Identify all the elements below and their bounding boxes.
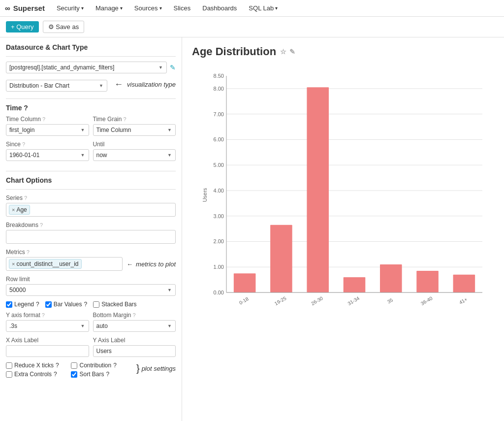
until-select[interactable]: now (93, 149, 176, 161)
breakdowns-label: Breakdowns ? (6, 222, 176, 228)
reduce-contribution-row: Reduce X ticks ? Extra Controls ? (6, 362, 176, 378)
toolbar: + Query ⚙ Save as (0, 17, 504, 37)
y-axis-format-select-wrapper: .3s (6, 320, 89, 332)
metrics-label: Metrics ? (6, 249, 176, 256)
reduce-x-ticks-checkbox[interactable] (6, 362, 12, 369)
y-axis-format-group: Y axis format ? .3s (6, 312, 89, 332)
sort-bars-checkbox[interactable] (71, 371, 77, 378)
nav-security[interactable]: Security ▾ (52, 0, 89, 17)
until-select-wrapper: now (93, 149, 176, 161)
sort-bars-help-icon[interactable]: ? (106, 371, 109, 378)
metrics-annotation: ← metrics to plot (126, 260, 176, 268)
legend-group: Legend ? (6, 301, 39, 308)
query-button[interactable]: + Query (6, 21, 39, 32)
save-as-button[interactable]: ⚙ Save as (43, 21, 85, 33)
time-column-select[interactable]: first_login (6, 124, 89, 136)
contribution-checkbox[interactable] (71, 362, 77, 369)
breakdowns-tag-input[interactable] (6, 230, 176, 244)
reduce-x-ticks-help-icon[interactable]: ? (56, 362, 59, 369)
time-grain-help-icon[interactable]: ? (123, 116, 126, 122)
star-icon[interactable]: ☆ (280, 48, 286, 56)
legend-help-icon[interactable]: ? (36, 301, 39, 308)
metrics-help-icon[interactable]: ? (27, 249, 30, 255)
row-limit-select[interactable]: 5 10 25 50 100 250 500 1000 5000 10000 5… (6, 284, 176, 296)
chart-type-select-wrapper: Distribution - Bar Chart (6, 80, 107, 92)
chart-type-select[interactable]: Distribution - Bar Chart (6, 80, 107, 92)
nav-sources[interactable]: Sources ▾ (129, 0, 167, 17)
svg-rect-31 (453, 275, 475, 292)
time-help-icon[interactable]: ? (24, 104, 28, 112)
svg-rect-29 (416, 271, 439, 292)
datasource-select[interactable]: [postgresql].[static_and_dynamic_filters… (6, 62, 167, 73)
nav-sql-lab[interactable]: SQL Lab ▾ (244, 0, 283, 17)
extra-controls-help-icon[interactable]: ? (54, 371, 57, 378)
axis-labels-row: X Axis Label Y Axis Label (6, 337, 176, 362)
y-axis-format-select[interactable]: .3s (6, 320, 89, 332)
svg-text:5.00: 5.00 (214, 162, 224, 168)
arrow-left-icon: ← (126, 260, 133, 268)
extra-controls-checkbox[interactable] (6, 371, 12, 378)
metrics-tag-remove[interactable]: × (12, 261, 15, 267)
svg-rect-27 (380, 264, 402, 292)
time-grain-select-wrapper: Time Column (93, 124, 176, 136)
series-help-icon[interactable]: ? (24, 195, 27, 201)
edit-icon[interactable]: ✎ (289, 48, 295, 56)
y-axis-label-input[interactable] (93, 345, 176, 357)
svg-text:8.50: 8.50 (214, 73, 224, 79)
series-tag-remove[interactable]: × (12, 207, 15, 213)
chart-wrapper: Users 0.001.002.003.004.005.006.007.008.… (202, 66, 494, 324)
navbar: ∞ Superset Security ▾ Manage ▾ Sources ▾… (0, 0, 504, 17)
time-column-help-icon[interactable]: ? (42, 116, 45, 122)
chevron-down-icon: ▾ (81, 5, 84, 11)
svg-rect-23 (307, 87, 329, 292)
plot-settings-annotation: } plot settings (136, 363, 176, 374)
svg-text:36-40: 36-40 (420, 295, 434, 307)
metrics-tag-input[interactable]: × count_distinct__user_id (6, 257, 123, 271)
breakdowns-help-icon[interactable]: ? (40, 222, 43, 228)
reduce-x-ticks-group: Reduce X ticks ? (6, 362, 63, 369)
bottom-margin-select-wrapper: auto (93, 320, 176, 332)
edit-icon[interactable]: ✎ (170, 64, 176, 71)
bar-values-checkbox[interactable] (45, 301, 52, 308)
nav-manage[interactable]: Manage ▾ (91, 0, 127, 17)
datasource-section: Datasource & Chart Type [postgresql].[st… (6, 43, 176, 94)
since-select[interactable]: 1960-01-01 (6, 149, 89, 161)
contribution-help-icon[interactable]: ? (113, 362, 117, 369)
svg-rect-21 (270, 225, 292, 292)
bottom-margin-select[interactable]: auto (93, 320, 176, 332)
bar-values-help-icon[interactable]: ? (84, 301, 88, 308)
brand-name: Superset (13, 4, 45, 12)
time-column-group: Time Column ? first_login (6, 116, 89, 136)
time-grain-label: Time Grain ? (93, 116, 176, 123)
yformat-margin-row: Y axis format ? .3s Bottom Margin ? (6, 312, 176, 337)
bar-values-group: Bar Values ? (45, 301, 88, 308)
y-axis-format-help-icon[interactable]: ? (42, 312, 45, 318)
time-grain-group: Time Grain ? Time Column (93, 116, 176, 136)
y-axis-label: Users (202, 188, 208, 202)
bar-values-label: Bar Values (54, 301, 82, 308)
contribution-label: Contribution (79, 362, 111, 369)
nav-slices[interactable]: Slices (169, 0, 196, 17)
time-grain-select[interactable]: Time Column (93, 124, 176, 136)
y-axis-label-group: Y Axis Label (93, 337, 176, 357)
bottom-margin-help-icon[interactable]: ? (133, 312, 136, 318)
bottom-margin-group: Bottom Margin ? auto (93, 312, 176, 332)
since-help-icon[interactable]: ? (22, 141, 25, 147)
series-tag-input[interactable]: × Age (6, 203, 176, 217)
legend-bar-stacked-row: Legend ? Bar Values ? Stacked Bars (6, 301, 176, 308)
row-limit-group: Row limit 5 10 25 50 100 250 500 1000 50… (6, 276, 176, 296)
x-axis-label-input[interactable] (6, 345, 89, 357)
stacked-bars-checkbox[interactable] (93, 301, 99, 308)
right-brace-icon: } (136, 363, 140, 374)
since-label: Since ? (6, 141, 89, 148)
y-axis-label-label: Y Axis Label (93, 337, 176, 344)
main-layout: Datasource & Chart Type [postgresql].[st… (0, 37, 504, 421)
legend-checkbox[interactable] (6, 301, 12, 308)
until-label: Until (93, 141, 176, 148)
contribution-group: Contribution ? (71, 362, 128, 369)
since-group: Since ? 1960-01-01 (6, 141, 89, 161)
svg-text:26-30: 26-30 (310, 295, 324, 307)
nav-dashboards[interactable]: Dashboards (197, 0, 242, 17)
svg-text:0-18: 0-18 (238, 296, 250, 306)
contribution-sort-col: Contribution ? Sort Bars ? (71, 362, 128, 378)
